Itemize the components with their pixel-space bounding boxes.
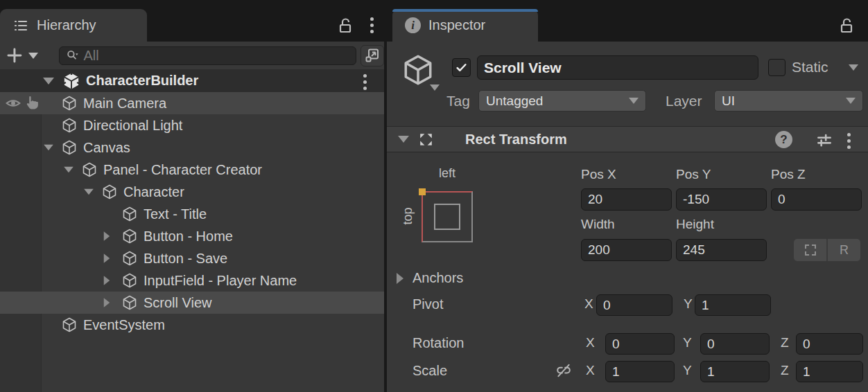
static-caret-icon[interactable]: [849, 64, 858, 71]
scale-x-field[interactable]: [605, 361, 675, 382]
blueprint-mode-button[interactable]: [794, 239, 828, 261]
pos-z-label: Pos Z: [771, 167, 806, 182]
rect-transform-menu-icon[interactable]: [847, 133, 851, 149]
hierarchy-tabstrip: Hierarchy: [0, 0, 384, 42]
foldout-collapsed-icon[interactable]: [104, 298, 110, 308]
pos-y-label: Pos Y: [676, 167, 711, 182]
hierarchy-item-label: Canvas: [83, 140, 130, 156]
hierarchy-item-character[interactable]: Character: [0, 181, 384, 203]
width-label: Width: [581, 217, 615, 232]
hierarchy-list-icon: [12, 17, 29, 34]
hierarchy-item-directional-light[interactable]: Directional Light: [0, 114, 384, 136]
inspector-unlock-icon[interactable]: [837, 16, 856, 35]
help-icon[interactable]: ?: [775, 131, 792, 148]
search-icon[interactable]: [65, 48, 80, 63]
hierarchy-item-scroll-view[interactable]: Scroll View: [0, 292, 384, 314]
search-input[interactable]: [83, 48, 350, 64]
info-icon: i: [405, 17, 421, 33]
scene-name: CharacterBuilder: [86, 73, 198, 89]
gameobject-name-field[interactable]: [477, 55, 758, 80]
foldout-expanded-icon[interactable]: [84, 189, 94, 195]
gameobject-icon: [121, 294, 138, 311]
hierarchy-item-label: InputField - Player Name: [144, 273, 297, 289]
rotation-x-field[interactable]: [605, 333, 675, 355]
tab-inspector-label: Inspector: [428, 17, 485, 33]
hierarchy-item-canvas[interactable]: Canvas: [0, 136, 384, 159]
anchors-label: Anchors: [413, 270, 463, 286]
presets-icon[interactable]: [815, 131, 833, 149]
tab-hierarchy[interactable]: Hierarchy: [0, 9, 147, 42]
unlock-icon[interactable]: [336, 16, 354, 35]
gameobject-cube-icon[interactable]: [401, 53, 435, 87]
foldout-expanded-icon[interactable]: [44, 145, 53, 151]
foldout-collapsed-icon[interactable]: [104, 276, 110, 285]
rect-transform-header[interactable]: Rect Transform ?: [387, 126, 868, 152]
anchor-preset-widget[interactable]: [422, 191, 473, 242]
tab-hierarchy-label: Hierarchy: [37, 17, 96, 33]
pivot-x-field[interactable]: [596, 294, 672, 316]
picking-hand-icon[interactable]: [23, 95, 40, 112]
anchor-horizontal-label: left: [422, 166, 473, 181]
hierarchy-item-label: Button - Save: [144, 251, 227, 267]
hierarchy-item-text-title[interactable]: Text - Title: [0, 203, 384, 225]
hierarchy-item-inputfield-player-name[interactable]: InputField - Player Name: [0, 269, 384, 292]
inspector-menu-icon[interactable]: [863, 17, 868, 37]
pos-x-label: Pos X: [581, 167, 616, 182]
rect-transform-foldout-icon[interactable]: [398, 136, 409, 143]
rotation-z-field[interactable]: [796, 333, 863, 355]
anchor-inner-rect: [434, 204, 460, 230]
hierarchy-item-main-camera[interactable]: Main Camera: [0, 92, 384, 114]
anchor-pivot-dot: [419, 188, 426, 195]
unlinked-scale-icon[interactable]: [555, 362, 573, 380]
hierarchy-item-label: Directional Light: [83, 118, 182, 134]
tag-dropdown[interactable]: Untagged: [478, 90, 646, 112]
search-popout-button[interactable]: [361, 45, 384, 66]
pos-z-field[interactable]: [771, 188, 862, 211]
hierarchy-item-label: Scroll View: [144, 295, 212, 311]
hierarchy-search[interactable]: [59, 46, 356, 65]
scene-header-row[interactable]: CharacterBuilder: [0, 69, 384, 92]
scale-y-field[interactable]: [700, 361, 770, 382]
width-field[interactable]: [581, 239, 672, 261]
visibility-eye-icon[interactable]: [4, 95, 22, 112]
static-checkbox[interactable]: [768, 59, 785, 76]
gameobject-icon: [121, 250, 138, 267]
gameobject-icon: [61, 117, 78, 134]
hierarchy-item-panel-character-creator[interactable]: Panel - Character Creator: [0, 159, 384, 181]
pos-y-field[interactable]: [676, 188, 767, 211]
anchors-foldout-icon[interactable]: [397, 273, 403, 284]
scene-foldout-icon[interactable]: [43, 78, 54, 84]
add-object-caret-icon[interactable]: [28, 53, 38, 59]
pivot-x-axis-label: X: [584, 296, 593, 312]
foldout-collapsed-icon[interactable]: [104, 231, 110, 241]
scene-menu-icon[interactable]: [363, 74, 367, 90]
pivot-y-axis-label: Y: [684, 296, 693, 312]
hierarchy-panel: Hierarchy: [0, 0, 384, 392]
pivot-y-field[interactable]: [695, 294, 771, 316]
rect-transform-title: Rect Transform: [465, 132, 567, 148]
layer-caret-icon: [846, 98, 856, 104]
tab-inspector[interactable]: i Inspector: [392, 9, 538, 42]
foldout-collapsed-icon[interactable]: [104, 253, 110, 263]
scale-z-field[interactable]: [796, 361, 863, 382]
hierarchy-item-button-home[interactable]: Button - Home: [0, 225, 384, 247]
scale-x-axis-label: X: [586, 363, 595, 378]
foldout-expanded-icon[interactable]: [64, 167, 73, 173]
gameobject-icon-caret[interactable]: [430, 84, 440, 91]
hierarchy-item-eventsystem[interactable]: EventSystem: [0, 314, 384, 336]
rotation-y-field[interactable]: [700, 333, 770, 355]
scale-z-axis-label: Z: [781, 363, 789, 378]
layer-dropdown[interactable]: UI: [714, 90, 863, 112]
add-object-icon[interactable]: [6, 47, 23, 64]
active-checkbox[interactable]: [452, 58, 471, 77]
hierarchy-menu-icon[interactable]: [363, 17, 381, 37]
pos-x-field[interactable]: [581, 188, 672, 211]
gameobject-icon: [61, 317, 78, 333]
hierarchy-tree: CharacterBuilder Main CameraDirectional …: [0, 69, 384, 392]
scale-y-axis-label: Y: [683, 363, 692, 378]
gameobject-icon: [101, 184, 118, 200]
hierarchy-item-button-save[interactable]: Button - Save: [0, 247, 384, 269]
raw-edit-mode-button[interactable]: R: [828, 239, 860, 261]
active-tab-indicator: [392, 9, 538, 12]
height-field[interactable]: [676, 239, 767, 261]
